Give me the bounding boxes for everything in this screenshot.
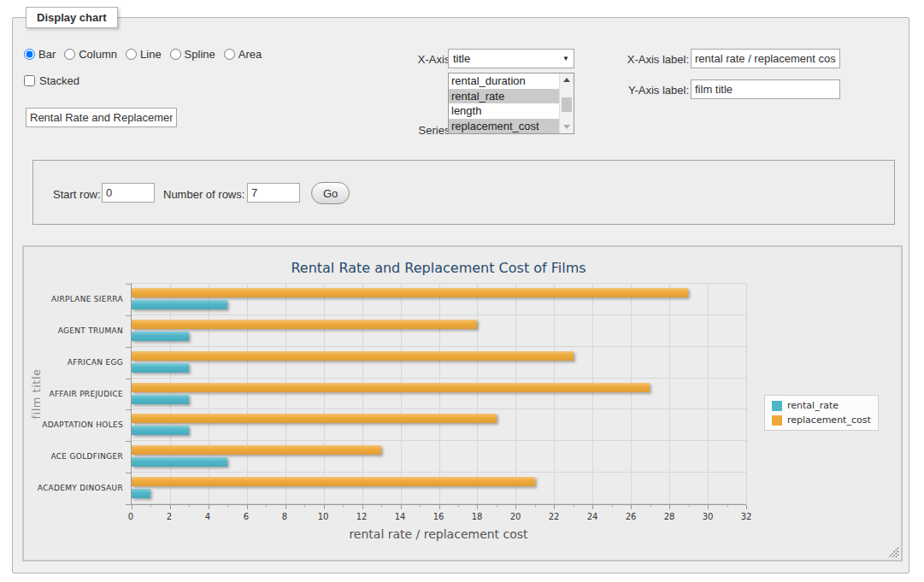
x-axis-tick xyxy=(285,505,286,509)
fieldset-legend: Display chart xyxy=(26,7,118,28)
bar-rental_rate[interactable] xyxy=(132,426,189,435)
x-axis-tick-label: 26 xyxy=(626,512,637,521)
chart-type-radio-spline[interactable] xyxy=(170,49,181,60)
chart-type-column[interactable]: Column xyxy=(64,48,117,61)
bar-rental_rate[interactable] xyxy=(132,489,150,498)
x-axis-title: rental rate / replacement cost xyxy=(131,527,746,541)
number-of-rows-input[interactable] xyxy=(247,183,300,203)
y-axis-label-label: Y-Axis label: xyxy=(610,84,689,97)
x-axis-tick xyxy=(401,505,402,509)
x-axis-select-value: title xyxy=(449,52,558,65)
series-listbox[interactable]: rental_durationrental_ratelengthreplacem… xyxy=(448,73,574,134)
scrollbar-thumb[interactable] xyxy=(562,97,572,112)
stacked-option[interactable]: Stacked xyxy=(24,74,79,87)
bar-rental_rate[interactable] xyxy=(132,300,227,309)
scroll-down-icon[interactable] xyxy=(560,121,574,133)
x-axis-tick-label: 10 xyxy=(318,512,329,521)
chart-type-radio-area[interactable] xyxy=(224,49,235,60)
x-axis-tick xyxy=(708,505,709,509)
bar-rental_rate[interactable] xyxy=(132,363,189,373)
x-axis-tick-label: 8 xyxy=(282,512,287,521)
scrollbar-track[interactable] xyxy=(560,86,574,121)
x-axis-minor-tick xyxy=(689,505,690,508)
start-row-input[interactable] xyxy=(102,183,155,203)
x-axis-tick xyxy=(477,505,478,509)
x-axis-tick-label: 32 xyxy=(741,512,752,521)
chart-type-radio-column[interactable] xyxy=(64,49,75,60)
bar-rental_rate[interactable] xyxy=(132,457,227,467)
category-label: ACADEMY DINOSAUR xyxy=(38,484,123,492)
stacked-label: Stacked xyxy=(39,74,79,87)
x-axis-tick-label: 4 xyxy=(205,512,210,521)
x-axis-tick xyxy=(554,505,555,509)
x-axis-tick xyxy=(746,505,747,509)
chart-type-label: Spline xyxy=(185,48,215,61)
x-axis-minor-tick xyxy=(650,505,651,508)
go-button[interactable]: Go xyxy=(311,182,350,204)
x-axis-minor-tick xyxy=(727,505,728,508)
chart-type-bar[interactable]: Bar xyxy=(24,48,56,61)
scroll-up-icon[interactable] xyxy=(560,73,574,86)
bar-replacement_cost[interactable] xyxy=(132,351,574,361)
x-axis-tick xyxy=(132,505,132,509)
series-option-length[interactable]: length xyxy=(449,103,559,119)
category-band: ADAPTATION HOLES xyxy=(132,409,746,441)
x-axis-minor-tick xyxy=(574,505,574,508)
series-option-replacement_cost[interactable]: replacement_cost xyxy=(449,119,559,134)
chart-legend[interactable]: rental_ratereplacement_cost xyxy=(764,395,879,431)
bar-replacement_cost[interactable] xyxy=(132,414,497,423)
stacked-checkbox[interactable] xyxy=(24,75,35,86)
chart-title-input[interactable] xyxy=(26,108,177,127)
bar-rental_rate[interactable] xyxy=(132,395,189,404)
chart-type-line[interactable]: Line xyxy=(126,48,162,61)
category-band: AGENT TRUMAN xyxy=(132,315,746,347)
bar-replacement_cost[interactable] xyxy=(132,320,477,329)
legend-swatch xyxy=(772,401,782,411)
bar-replacement_cost[interactable] xyxy=(132,288,688,297)
x-axis-tick-label: 16 xyxy=(433,512,444,521)
gridline xyxy=(746,284,747,504)
resize-grip-icon[interactable] xyxy=(888,547,899,558)
x-axis-tick-labels: 02468101214161820222426283032 xyxy=(131,512,746,524)
category-band: ACADEMY DINOSAUR xyxy=(132,473,746,504)
legend-item-replacement_cost[interactable]: replacement_cost xyxy=(772,414,871,426)
x-axis-minor-tick xyxy=(227,505,228,508)
y-axis-tick xyxy=(126,284,131,285)
chart-type-label: Area xyxy=(238,48,262,61)
x-axis-tick-label: 6 xyxy=(244,512,249,521)
category-label: AIRPLANE SIERRA xyxy=(51,295,123,303)
category-band: AIRPLANE SIERRA xyxy=(132,284,746,315)
x-axis-tick xyxy=(669,505,670,509)
series-scrollbar[interactable] xyxy=(559,73,574,133)
category-band: AFFAIR PREJUDICE xyxy=(132,379,746,410)
bar-replacement_cost[interactable] xyxy=(132,477,535,486)
chart-type-label: Column xyxy=(79,48,117,61)
x-axis-minor-tick xyxy=(266,505,267,508)
y-axis-label-input[interactable] xyxy=(691,79,840,99)
x-axis-tick xyxy=(209,505,209,509)
y-axis-tick xyxy=(126,504,131,505)
chart-type-label: Bar xyxy=(38,48,56,61)
x-axis-label-input[interactable] xyxy=(691,49,840,68)
legend-label: rental_rate xyxy=(787,400,839,411)
x-axis-tick-label: 28 xyxy=(664,512,675,521)
bar-rental_rate[interactable] xyxy=(132,332,189,341)
x-axis-minor-tick xyxy=(381,505,382,508)
x-axis-minor-tick xyxy=(189,505,190,508)
chart-type-radio-bar[interactable] xyxy=(24,49,35,60)
chart-type-spline[interactable]: Spline xyxy=(170,48,215,61)
x-axis-tick-label: 2 xyxy=(167,512,172,521)
x-axis-select[interactable]: title ▼ xyxy=(448,49,574,68)
number-of-rows-label: Number of rows: xyxy=(163,188,244,201)
series-option-rental_duration[interactable]: rental_duration xyxy=(449,73,559,89)
row-controls-panel: Start row: Number of rows: Go xyxy=(32,160,895,225)
x-axis-tick-label: 12 xyxy=(356,512,368,521)
bar-replacement_cost[interactable] xyxy=(132,445,381,455)
series-option-rental_rate[interactable]: rental_rate xyxy=(449,89,559,104)
legend-item-rental_rate[interactable]: rental_rate xyxy=(772,400,871,411)
x-axis-tick-label: 18 xyxy=(472,512,483,521)
x-axis-minor-tick xyxy=(304,505,305,508)
bar-replacement_cost[interactable] xyxy=(132,383,650,392)
chart-type-area[interactable]: Area xyxy=(224,48,262,61)
chart-type-radio-line[interactable] xyxy=(126,49,137,60)
